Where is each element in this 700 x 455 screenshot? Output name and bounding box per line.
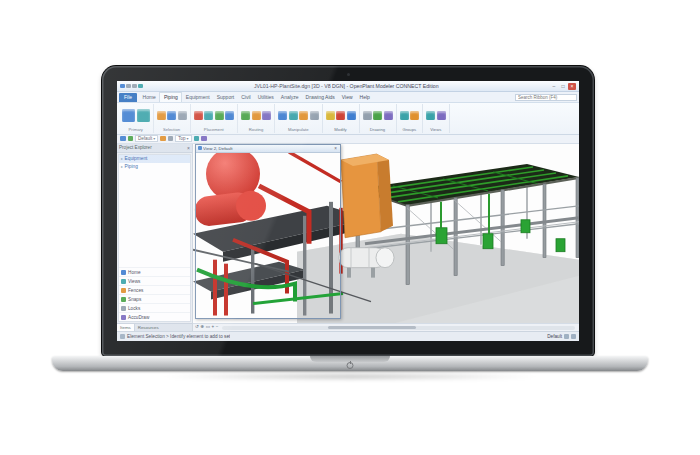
place-pipe-icon[interactable] bbox=[215, 111, 224, 120]
ungroup-icon[interactable] bbox=[410, 111, 419, 120]
main-viewport[interactable]: View 2, Default × ↺ ⊕ ▭ + bbox=[193, 144, 579, 332]
webcam-dot bbox=[347, 73, 350, 76]
panel-close-icon[interactable]: × bbox=[187, 145, 190, 151]
rotate-view-icon[interactable]: ↺ bbox=[195, 325, 199, 330]
tool-item-home[interactable]: Home bbox=[119, 267, 190, 276]
view-window-titlebar[interactable]: View 2, Default × bbox=[196, 145, 340, 153]
trim-icon[interactable] bbox=[347, 111, 356, 120]
horizontal-scrollbar[interactable] bbox=[222, 326, 575, 330]
zoom-in-icon[interactable]: + bbox=[212, 325, 215, 330]
undo-icon[interactable] bbox=[126, 84, 131, 89]
tab-support[interactable]: Support bbox=[213, 93, 238, 102]
minimize-button[interactable]: – bbox=[550, 83, 558, 90]
print-icon[interactable] bbox=[138, 84, 143, 89]
tab-equipment[interactable]: Equipment bbox=[182, 93, 213, 102]
select-all-icon[interactable] bbox=[178, 111, 187, 120]
panel-header: Project Explorer × bbox=[117, 144, 192, 153]
copy-icon[interactable] bbox=[278, 111, 287, 120]
attach-tools-icon[interactable] bbox=[137, 109, 150, 122]
level-icon[interactable] bbox=[128, 136, 134, 142]
lock-status-icon[interactable] bbox=[564, 334, 569, 339]
route-pipe-icon[interactable] bbox=[241, 111, 250, 120]
status-message-area: Element Selection > Identify element to … bbox=[120, 334, 230, 339]
tab-home[interactable]: Home bbox=[139, 93, 159, 102]
explorer-icon[interactable] bbox=[122, 109, 135, 122]
fit-view-icon[interactable]: ▭ bbox=[206, 325, 210, 330]
tool-item-views[interactable]: Views bbox=[119, 276, 190, 285]
tool-item-label: Home bbox=[128, 270, 141, 275]
color-icon[interactable] bbox=[160, 136, 166, 142]
rotate-icon[interactable] bbox=[299, 111, 308, 120]
page-background: JVL01-HP-PlantSite.dgn [3D - V8 DGN] - O… bbox=[0, 0, 700, 455]
orange-equipment-unit[interactable] bbox=[341, 153, 393, 237]
place-nozzle-icon[interactable] bbox=[204, 111, 213, 120]
fence-icon[interactable] bbox=[167, 111, 176, 120]
snap-icon bbox=[121, 297, 126, 302]
line-style-icon[interactable] bbox=[168, 136, 174, 142]
panel-body: Equipment Piping Home bbox=[118, 154, 191, 323]
zoom-out-icon[interactable]: − bbox=[216, 325, 219, 330]
window-controls: – □ × bbox=[550, 83, 576, 90]
view-window-close-button[interactable]: × bbox=[333, 146, 338, 151]
weight-icon[interactable] bbox=[194, 136, 200, 142]
tool-item-snaps[interactable]: Snaps bbox=[119, 294, 190, 303]
tool-item-label: Views bbox=[128, 279, 140, 284]
view-dropdown[interactable]: Top bbox=[175, 135, 191, 142]
arc-icon[interactable] bbox=[373, 111, 382, 120]
active-level-indicator[interactable]: Default bbox=[547, 334, 562, 339]
tree-item-piping[interactable]: Piping bbox=[119, 163, 190, 171]
redo-icon[interactable] bbox=[132, 84, 137, 89]
tab-civil[interactable]: Civil bbox=[238, 93, 254, 102]
view-canvas[interactable]: View 2, Default × bbox=[193, 144, 579, 324]
ribbon-group-label: Modify bbox=[326, 126, 356, 132]
class-icon[interactable] bbox=[201, 136, 207, 142]
active-element-icon[interactable] bbox=[120, 136, 126, 142]
tab-help[interactable]: Help bbox=[356, 93, 373, 102]
snap-status-icon[interactable] bbox=[571, 334, 576, 339]
tab-utilities[interactable]: Utilities bbox=[254, 93, 277, 102]
group-icon[interactable] bbox=[400, 111, 409, 120]
laptop-base bbox=[52, 356, 648, 371]
break-element-icon[interactable] bbox=[336, 111, 345, 120]
view-window-icon[interactable] bbox=[426, 111, 435, 120]
tool-item-accudraw[interactable]: AccuDraw bbox=[119, 312, 190, 321]
power-button-icon bbox=[347, 362, 354, 369]
tab-piping[interactable]: Piping bbox=[159, 92, 182, 102]
branch-icon[interactable] bbox=[252, 111, 261, 120]
accudraw-icon bbox=[121, 315, 126, 320]
close-button[interactable]: × bbox=[568, 83, 576, 90]
panel-tab-resources[interactable]: Resources bbox=[135, 324, 162, 331]
tool-item-locks[interactable]: Locks bbox=[119, 303, 190, 312]
modify-element-icon[interactable] bbox=[326, 111, 335, 120]
tab-drawing-aids[interactable]: Drawing Aids bbox=[302, 93, 338, 102]
ribbon-group-selection: Selection bbox=[154, 104, 191, 133]
line-icon[interactable] bbox=[363, 111, 372, 120]
level-dropdown[interactable]: Default bbox=[135, 135, 158, 142]
move-icon[interactable] bbox=[289, 111, 298, 120]
save-icon[interactable] bbox=[120, 84, 125, 89]
laptop-shadow bbox=[76, 372, 624, 381]
place-valve-icon[interactable] bbox=[225, 111, 234, 120]
slope-icon[interactable] bbox=[262, 111, 271, 120]
tree-item-equipment[interactable]: Equipment bbox=[119, 155, 190, 163]
camera-icon[interactable] bbox=[437, 111, 446, 120]
element-selection-icon[interactable] bbox=[157, 111, 166, 120]
ribbon-group-label: Placement bbox=[194, 126, 235, 132]
laptop: JVL01-HP-PlantSite.dgn [3D - V8 DGN] - O… bbox=[52, 66, 648, 386]
selection-status-icon bbox=[120, 334, 125, 339]
panel-tab-items[interactable]: Items bbox=[117, 324, 135, 331]
tab-file[interactable]: File bbox=[119, 93, 137, 102]
tab-analyze[interactable]: Analyze bbox=[277, 93, 302, 102]
maximize-button[interactable]: □ bbox=[559, 83, 567, 90]
laptop-display: JVL01-HP-PlantSite.dgn [3D - V8 DGN] - O… bbox=[117, 81, 579, 341]
tool-item-label: Fences bbox=[128, 288, 143, 293]
scrollbar-thumb[interactable] bbox=[328, 326, 416, 329]
mirror-icon[interactable] bbox=[310, 111, 319, 120]
place-equipment-icon[interactable] bbox=[194, 111, 203, 120]
shape-icon[interactable] bbox=[384, 111, 393, 120]
view-dropdown-value: Top bbox=[178, 136, 185, 141]
ribbon-search-input[interactable] bbox=[515, 94, 577, 101]
tool-item-fences[interactable]: Fences bbox=[119, 285, 190, 294]
pan-view-icon[interactable]: ⊕ bbox=[200, 325, 204, 330]
tab-view[interactable]: View bbox=[338, 93, 356, 102]
